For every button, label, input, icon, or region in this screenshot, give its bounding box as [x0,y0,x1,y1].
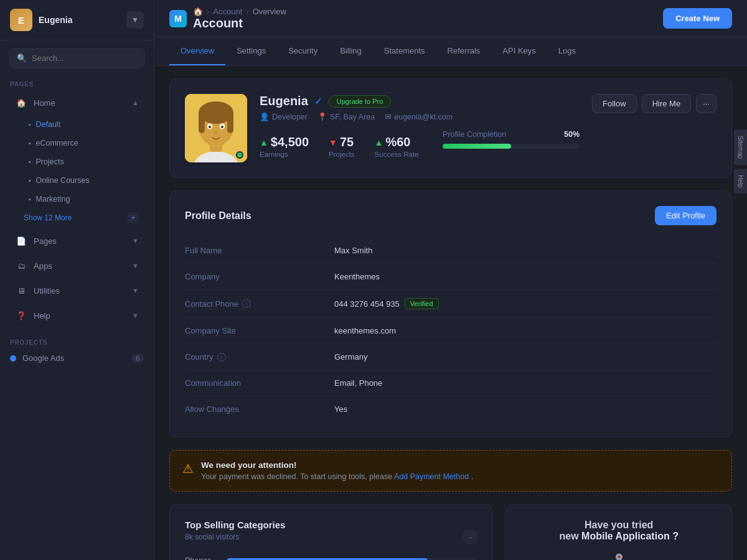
contact-phone-info-icon: i [242,299,251,308]
more-options-button[interactable]: ··· [696,94,716,113]
tab-logs[interactable]: Logs [547,37,587,65]
side-tabs: Sitemap Help [734,129,747,194]
svg-point-10 [221,126,223,128]
profile-name-row: Eugenia ✓ Upgrade to Pro [260,94,580,108]
sidebar-item-default[interactable]: Default [5,116,149,133]
detail-row-communication: Communication Email, Phone [185,370,716,396]
profile-email: ✉ eugenia@kt.com [385,112,453,121]
pages-chevron: ▼ [132,237,139,245]
hire-me-button[interactable]: Hire Me [642,94,692,113]
alert-text: Your payment was declined. To start usin… [201,472,473,481]
breadcrumb: 🏠 › Account › Overview [193,7,657,16]
projects-section-label: PROJECTS [0,334,154,348]
success-value: %60 [385,135,410,149]
allow-changes-value: Yes [334,404,347,414]
filter-button[interactable]: ▼ [126,11,144,29]
sidebar-item-marketing[interactable]: Marketing [5,190,149,208]
company-site-value: keenthemes.com [334,326,396,335]
sidebar-item-pages[interactable]: 📄 Pages ▼ [5,229,149,253]
projects-trend-down: ▼ [329,138,337,147]
help-tab[interactable]: Help [734,169,747,194]
company-value: Keenthemes [334,272,380,281]
full-name-value: Max Smith [334,246,372,255]
ecommerce-label: eCommerce [36,139,78,147]
profile-card: Eugenia ✓ Upgrade to Pro 👤 Developer 📍 S… [169,78,732,178]
full-name-label: Full Name [185,246,334,255]
tab-security[interactable]: Security [277,37,329,65]
country-value: Germany [334,352,367,362]
search-input[interactable] [32,54,137,63]
plus-icon: + [128,212,139,223]
help-icon: ❓ [15,309,27,322]
breadcrumb-home-icon: 🏠 [193,7,203,16]
upgrade-to-pro-button[interactable]: Upgrade to Pro [329,95,392,108]
categories-title-wrap: Top Selling Categories 8k social visitor… [185,520,285,554]
home-icon: 🏠 [15,96,27,109]
earnings-trend-up: ▲ [260,138,268,147]
communication-value: Email, Phone [334,378,382,388]
search-box: 🔍 [9,48,145,68]
search-icon: 🔍 [17,54,27,63]
breadcrumb-account[interactable]: Account [213,7,242,16]
topbar: M 🏠 › Account › Overview Account Create … [154,0,747,37]
tab-referrals[interactable]: Referrals [436,37,492,65]
svg-rect-5 [199,111,205,133]
project-label: Google Ads [22,353,64,363]
create-new-button[interactable]: Create New [663,8,732,29]
sitemap-tab[interactable]: Sitemap [734,129,747,165]
success-label: Success Rate [375,151,419,158]
bottom-section-row: Top Selling Categories 8k social visitor… [169,504,732,560]
apps-icon: 🗂 [15,259,27,272]
content-area: Overview Settings Security Billing State… [154,37,747,560]
sidebar-item-utilities[interactable]: 🖥 Utilities ▼ [5,279,149,302]
categories-header: Top Selling Categories 8k social visitor… [185,520,477,554]
profile-avatar-wrap [185,94,247,162]
default-label: Default [36,120,61,129]
user-name-label: Eugenia [39,15,120,25]
categories-more-button[interactable]: ·· [463,530,478,544]
tab-statements[interactable]: Statements [373,37,436,65]
marketing-label: Marketing [36,195,70,203]
show-more-button[interactable]: Show 12 More + [0,208,154,228]
mobile-promo-panel: Have you tried new Mobile Application ? … [505,504,732,560]
completion-percent: 50% [564,130,580,139]
bar-row-phones: Phones [185,556,477,560]
detail-row-country: Country i Germany [185,344,716,370]
mobile-promo-text: Have you tried new Mobile Application ? [560,520,679,542]
pages-icon: 📄 [15,235,27,247]
sidebar-item-apps[interactable]: 🗂 Apps ▼ [5,254,149,278]
verified-badge: Verified [405,298,439,309]
sidebar-item-ecommerce[interactable]: eCommerce [5,134,149,152]
details-header: Profile Details Edit Profile [185,206,716,225]
verified-icon: ✓ [314,95,322,107]
tab-api-keys[interactable]: API Keys [491,37,547,65]
page-title: Account [193,16,657,30]
sidebar-item-home[interactable]: 🏠 Home ▲ [5,91,149,114]
project-item-google-ads[interactable]: Google Ads 6 [0,348,154,368]
follow-button[interactable]: Follow [592,94,637,113]
help-chevron: ▼ [132,312,139,319]
profile-meta: 👤 Developer 📍 SF, Bay Area ✉ eugenia@kt.… [260,112,580,121]
add-payment-method-link[interactable]: Add Payment Method [394,472,469,481]
tab-overview[interactable]: Overview [169,37,225,65]
edit-profile-button[interactable]: Edit Profile [655,206,716,225]
projects-label: Projects [329,151,355,158]
communication-label: Communication [185,378,334,388]
sidebar-item-projects[interactable]: Projects [5,153,149,170]
sidebar: E Eugenia ▼ 🔍 PAGES 🏠 Home ▲ Default eCo… [0,0,154,560]
profile-details-section: Profile Details Edit Profile Full Name M… [169,190,732,437]
country-label: Country i [185,352,334,362]
sidebar-item-help[interactable]: ❓ Help ▼ [5,304,149,327]
svg-point-11 [214,131,218,134]
profile-role: 👤 Developer [260,112,308,121]
success-trend-up: ▲ [375,138,383,147]
project-dot [10,355,16,362]
projects-label: Projects [36,157,64,166]
svg-point-9 [209,126,211,128]
tab-settings[interactable]: Settings [225,37,277,65]
categories-subtitle: 8k social visitors [185,533,285,541]
sidebar-item-online-courses[interactable]: Online Courses [5,172,149,189]
pages-section-label: PAGES [0,76,154,90]
stats-row: ▲ $4,500 Earnings ▼ 75 Projects [260,135,419,158]
tab-billing[interactable]: Billing [329,37,373,65]
